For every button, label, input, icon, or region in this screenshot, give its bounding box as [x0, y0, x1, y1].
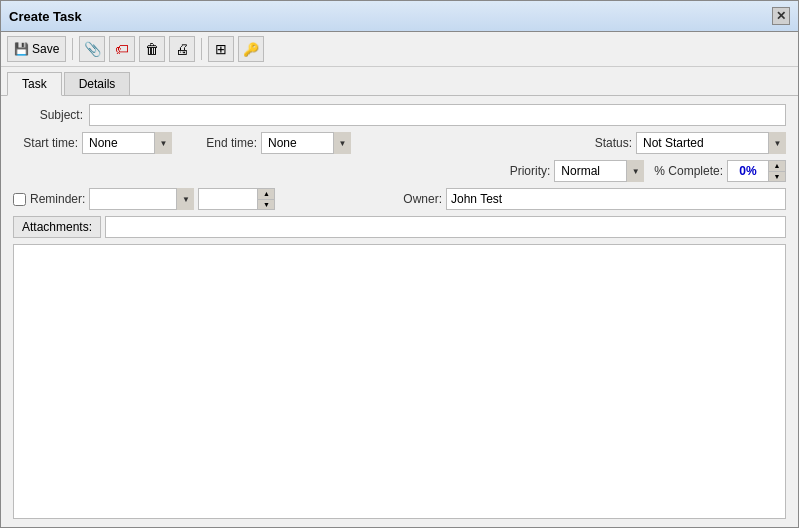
attach-icon: 📎 — [84, 41, 101, 57]
print-icon: 🖨 — [175, 41, 189, 57]
columns-button[interactable]: ⊞ — [208, 36, 234, 62]
tab-details[interactable]: Details — [64, 72, 131, 96]
title-bar: Create Task ✕ — [1, 1, 798, 32]
attachments-button[interactable]: Attachments: — [13, 216, 101, 238]
owner-section: Owner: — [403, 188, 786, 210]
status-label: Status: — [595, 136, 632, 150]
form-content: Subject: Start time: None 12:00 AM 6:00 … — [1, 96, 798, 527]
columns-icon: ⊞ — [215, 41, 227, 57]
priority-select-wrapper: Low Normal High ▼ — [554, 160, 644, 182]
save-label: Save — [32, 42, 59, 56]
subject-label: Subject: — [13, 108, 83, 122]
priority-group: Priority: Low Normal High ▼ — [510, 160, 645, 182]
reminder-time-decrease-button[interactable]: ▼ — [258, 200, 274, 210]
toolbar-separator-2 — [201, 38, 202, 60]
status-section: Status: Not Started In Progress Complete… — [595, 132, 786, 154]
delete-icon: 🗑 — [145, 41, 159, 57]
start-time-select[interactable]: None 12:00 AM 6:00 AM 12:00 PM — [82, 132, 172, 154]
pct-complete-group: % Complete: ▲ ▼ — [654, 160, 786, 182]
notes-textarea[interactable] — [13, 244, 786, 519]
time-section: Start time: None 12:00 AM 6:00 AM 12:00 … — [13, 132, 351, 154]
pct-complete-label: % Complete: — [654, 164, 723, 178]
status-select-wrapper: Not Started In Progress Completed Waitin… — [636, 132, 786, 154]
owner-input[interactable] — [446, 188, 786, 210]
print-button[interactable]: 🖨 — [169, 36, 195, 62]
tab-details-label: Details — [79, 77, 116, 91]
tag-button[interactable]: 🏷 — [109, 36, 135, 62]
attachments-label: Attachments: — [22, 220, 92, 234]
pct-spinner: ▲ ▼ — [769, 160, 786, 182]
attachments-row: Attachments: — [13, 216, 786, 238]
priority-row: Priority: Low Normal High ▼ % Complete: — [13, 160, 786, 182]
save-icon: 💾 — [14, 42, 29, 56]
reminder-time-input[interactable] — [198, 188, 258, 210]
time-status-row: Start time: None 12:00 AM 6:00 AM 12:00 … — [13, 132, 786, 154]
end-time-group: End time: None 12:00 AM 6:00 AM 12:00 PM… — [192, 132, 351, 154]
priority-select[interactable]: Low Normal High — [554, 160, 644, 182]
tabs-bar: Task Details — [1, 67, 798, 96]
status-group: Status: Not Started In Progress Complete… — [595, 132, 786, 154]
toolbar-separator-1 — [72, 38, 73, 60]
close-button[interactable]: ✕ — [772, 7, 790, 25]
window-title: Create Task — [9, 9, 82, 24]
reminder-select[interactable] — [89, 188, 194, 210]
status-select[interactable]: Not Started In Progress Completed Waitin… — [636, 132, 786, 154]
start-time-group: Start time: None 12:00 AM 6:00 AM 12:00 … — [13, 132, 172, 154]
link-icon: 🔑 — [243, 42, 259, 57]
save-button[interactable]: 💾 Save — [7, 36, 66, 62]
pct-complete-input[interactable] — [727, 160, 769, 182]
subject-row: Subject: — [13, 104, 786, 126]
reminder-time-spinner: ▲ ▼ — [258, 188, 275, 210]
reminder-select-wrapper: ▼ — [89, 188, 194, 210]
pct-decrease-button[interactable]: ▼ — [769, 172, 785, 182]
end-time-wrapper: None 12:00 AM 6:00 AM 12:00 PM ▼ — [261, 132, 351, 154]
tag-icon: 🏷 — [115, 41, 129, 57]
attach-button[interactable]: 📎 — [79, 36, 105, 62]
start-time-wrapper: None 12:00 AM 6:00 AM 12:00 PM ▼ — [82, 132, 172, 154]
priority-label: Priority: — [510, 164, 551, 178]
pct-input-wrapper: ▲ ▼ — [727, 160, 786, 182]
owner-label: Owner: — [403, 192, 442, 206]
start-time-label: Start time: — [13, 136, 78, 150]
delete-button[interactable]: 🗑 — [139, 36, 165, 62]
reminder-label: Reminder: — [30, 192, 85, 206]
reminder-time-wrapper: ▲ ▼ — [198, 188, 275, 210]
end-time-label: End time: — [192, 136, 257, 150]
subject-input[interactable] — [89, 104, 786, 126]
reminder-row: Reminder: ▼ ▲ ▼ — [13, 188, 275, 210]
reminder-checkbox[interactable] — [13, 193, 26, 206]
reminder-owner-row: Reminder: ▼ ▲ ▼ Owner: — [13, 188, 786, 210]
toolbar: 💾 Save 📎 🏷 🗑 🖨 ⊞ 🔑 — [1, 32, 798, 67]
tab-task[interactable]: Task — [7, 72, 62, 96]
attachments-field — [105, 216, 786, 238]
priority-pct-section: Priority: Low Normal High ▼ % Complete: — [510, 160, 786, 182]
pct-increase-button[interactable]: ▲ — [769, 161, 785, 172]
tab-task-label: Task — [22, 77, 47, 91]
end-time-select[interactable]: None 12:00 AM 6:00 AM 12:00 PM — [261, 132, 351, 154]
link-button[interactable]: 🔑 — [238, 36, 264, 62]
reminder-time-increase-button[interactable]: ▲ — [258, 189, 274, 200]
create-task-window: Create Task ✕ 💾 Save 📎 🏷 🗑 🖨 ⊞ 🔑 — [0, 0, 799, 528]
